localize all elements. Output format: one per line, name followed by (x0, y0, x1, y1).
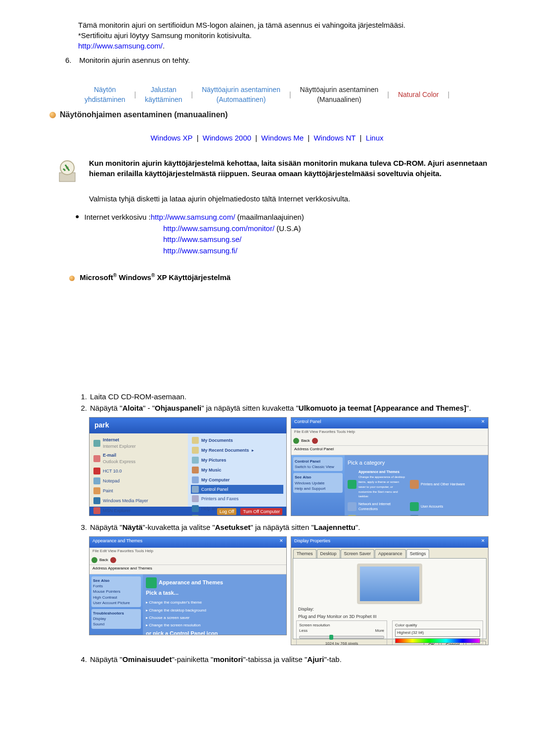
link-windows-xp[interactable]: Windows XP (150, 134, 192, 142)
cd-rom-icon (54, 159, 80, 185)
screenshot-display-properties: Display Properties✕ Themes Desktop Scree… (291, 536, 489, 645)
samsung-global-link-top[interactable]: http://www.samsung.com/ (78, 42, 163, 50)
section-title: Näytönohjaimen asentaminen (manuaalinen) (60, 109, 228, 120)
internet-prefix: Internet verkkosivu : (84, 213, 150, 221)
list-number-1: 1. (77, 391, 87, 402)
breadcrumb-nav: Näytön yhdistäminen | Jalustan käyttämin… (30, 85, 504, 104)
screenshot-control-panel: Control Panel✕ File Edit View Favorites … (291, 417, 489, 516)
step6-text: Monitorin ajurin asennus on tehty. (79, 56, 190, 64)
diskette-instruction: Valmista tyhjä disketti ja lataa ajurin … (89, 193, 504, 204)
link-samsung-se[interactable]: http://www.samsung.se/ (163, 235, 241, 243)
bullet-icon (69, 276, 75, 281)
ms-windows-xp-heading: Microsoft® Windows® XP Käyttöjärjestelmä (69, 272, 504, 283)
list-number-6: 6. (65, 55, 77, 65)
link-windows-2000[interactable]: Windows 2000 (203, 134, 251, 142)
nav-use-stand[interactable]: Jalustan käyttäminen (145, 85, 182, 104)
close-icon: ✕ (481, 538, 485, 547)
step-2-text: Näpäytä "Aloita" - "Ohjauspaneli" ja näp… (90, 403, 471, 413)
cd-instruction-bold: Kun monitorin ajurin käyttöjärjestelmä k… (89, 158, 504, 179)
nav-connect-display[interactable]: Näytön yhdistäminen (85, 85, 126, 104)
step-1-text: Laita CD CD-ROM-asemaan. (90, 391, 186, 402)
nav-install-auto[interactable]: Näyttöajurin asentaminen (Automaattinen) (202, 85, 280, 104)
intro-line1: Tämä monitorin ajuri on sertifioidun MS-… (78, 21, 405, 29)
step-3-text: Näpäytä "Näytä"-kuvaketta ja valitse "As… (90, 522, 360, 532)
nav-natural-color[interactable]: Natural Color (398, 90, 439, 100)
link-samsung-global[interactable]: http://www.samsung.com/ (151, 213, 235, 221)
bullet-dot-icon: ● (75, 212, 79, 222)
list-number-4: 4. (77, 654, 87, 664)
link-samsung-monitor-usa[interactable]: http://www.samsung.com/monitor/ (163, 224, 274, 233)
step-4-text: Näpäytä "Ominaisuudet"-painiketta "monit… (90, 654, 342, 664)
close-icon: ✕ (481, 419, 485, 427)
nav-install-manual[interactable]: Näyttöajurin asentaminen (Manuaalinen) (300, 85, 379, 104)
link-samsung-fi[interactable]: http://www.samsung.fi/ (163, 246, 237, 255)
bullet-icon (49, 112, 56, 118)
screenshot-start-menu: park InternetInternet Explorer E-mailOut… (89, 417, 287, 516)
screenshot-appearance-themes: Appearance and Themes✕ File Edit View Fa… (89, 536, 287, 635)
link-windows-nt[interactable]: Windows NT (313, 134, 356, 142)
link-linux[interactable]: Linux (366, 134, 384, 142)
list-number-3: 3. (77, 522, 87, 532)
os-link-row: Windows XP | Windows 2000 | Windows Me |… (30, 133, 504, 143)
close-icon: ✕ (279, 538, 283, 547)
list-number-2: 2. (77, 403, 87, 413)
link-windows-me[interactable]: Windows Me (261, 134, 304, 142)
intro-line2: *Sertifioitu ajuri löytyy Samsung monito… (78, 31, 252, 40)
